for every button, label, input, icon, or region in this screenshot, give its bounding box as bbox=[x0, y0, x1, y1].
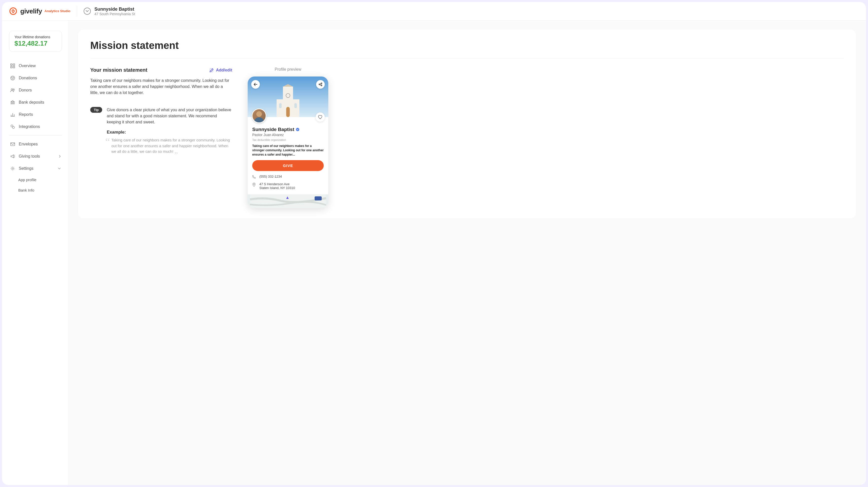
gear-icon bbox=[10, 166, 15, 171]
mission-statement-text: Taking care of our neighbors makes for a… bbox=[90, 77, 232, 96]
sidebar-subitem-app-profile[interactable]: App profile bbox=[17, 174, 62, 185]
preview-address-row[interactable]: 47 S Henderson Ave Staten Island, NY 103… bbox=[252, 182, 324, 190]
tip-text: Give donors a clear picture of what you … bbox=[107, 107, 232, 125]
preview-address-line2: Staten Island, NY 10310 bbox=[259, 186, 295, 190]
svg-point-34 bbox=[253, 184, 254, 185]
quote-open-icon: “ bbox=[105, 134, 110, 150]
sidebar-item-giving-tools[interactable]: Giving tools bbox=[9, 150, 62, 162]
church-illustration bbox=[269, 84, 307, 117]
preview-address-line1: 47 S Henderson Ave bbox=[259, 182, 295, 186]
main-content: Mission statement Your mission statement… bbox=[68, 21, 866, 485]
preview-phone-row[interactable]: (555) 332-1234 bbox=[252, 174, 324, 178]
svg-rect-25 bbox=[286, 107, 290, 117]
location-icon bbox=[252, 183, 256, 187]
brand-logo[interactable]: givelify Analytics Studio bbox=[9, 7, 70, 15]
grid-icon bbox=[10, 63, 15, 68]
preview-org-name: Sunnyside Baptist bbox=[252, 127, 294, 132]
sidebar-item-label: Giving tools bbox=[19, 154, 40, 159]
map-preview[interactable] bbox=[248, 194, 328, 208]
sidebar-item-overview[interactable]: Overview bbox=[9, 60, 62, 72]
svg-rect-3 bbox=[11, 66, 12, 68]
sidebar-item-label: Bank deposits bbox=[19, 100, 44, 105]
phone-icon bbox=[252, 175, 256, 178]
sidebar-item-integrations[interactable]: Integrations bbox=[9, 121, 62, 133]
sidebar-item-donations[interactable]: Donations bbox=[9, 72, 62, 84]
svg-line-32 bbox=[320, 84, 321, 84]
sidebar-item-envelopes[interactable]: Envelopes bbox=[9, 138, 62, 150]
add-edit-button[interactable]: Add/edit bbox=[209, 68, 232, 72]
org-name: Sunnyside Baptist bbox=[94, 7, 135, 12]
chevron-down-icon bbox=[84, 8, 91, 15]
profile-preview-card: Sunnyside Baptist Pastor Juan Alvarez Ta… bbox=[247, 76, 329, 208]
svg-point-30 bbox=[321, 83, 322, 84]
verified-badge-icon bbox=[296, 128, 300, 131]
sidebar-item-label: Donations bbox=[19, 76, 37, 80]
sidebar-item-settings[interactable]: Settings bbox=[9, 162, 62, 174]
svg-rect-23 bbox=[283, 87, 293, 102]
add-edit-label: Add/edit bbox=[216, 68, 232, 72]
org-address: 47 South Pennsylvania St bbox=[94, 12, 135, 16]
bar-chart-icon bbox=[10, 112, 15, 117]
svg-line-33 bbox=[320, 85, 321, 85]
quote-close-icon: ” bbox=[175, 149, 178, 161]
link-icon bbox=[10, 124, 15, 129]
svg-rect-28 bbox=[294, 103, 297, 108]
page-title: Mission statement bbox=[90, 40, 844, 59]
favorite-button[interactable] bbox=[316, 112, 325, 122]
svg-rect-1 bbox=[11, 64, 12, 65]
svg-point-7 bbox=[13, 89, 14, 90]
topbar: givelify Analytics Studio Sunnyside Bapt… bbox=[2, 2, 866, 21]
avatar bbox=[252, 108, 267, 123]
arrow-left-icon bbox=[254, 83, 257, 86]
lifetime-donations-card[interactable]: Your lifetime donations $12,482.17 bbox=[9, 31, 62, 52]
chevron-right-icon bbox=[59, 155, 61, 158]
tip-badge: Tip bbox=[90, 107, 102, 113]
give-button[interactable]: GIVE bbox=[252, 160, 324, 171]
example-quote: “ Taking care of our neighbors makes for… bbox=[107, 137, 232, 155]
sidebar-item-label: Overview bbox=[19, 64, 36, 68]
heart-icon bbox=[318, 115, 322, 119]
envelope-icon bbox=[10, 142, 15, 147]
sidebar-item-label: Envelopes bbox=[19, 142, 38, 147]
studio-label: Analytics Studio bbox=[44, 9, 70, 13]
share-icon bbox=[318, 83, 322, 87]
preview-leader: Pastor Juan Alvarez bbox=[252, 133, 324, 137]
sidebar-item-label: Integrations bbox=[19, 124, 40, 129]
sidebar-subitem-bank-info[interactable]: Bank Info bbox=[17, 185, 62, 195]
givelify-logo-icon bbox=[9, 7, 17, 15]
back-button[interactable] bbox=[251, 80, 260, 89]
preview-phone: (555) 332-1234 bbox=[259, 174, 282, 178]
svg-rect-19 bbox=[11, 143, 15, 146]
sidebar-item-reports[interactable]: Reports bbox=[9, 108, 62, 121]
svg-marker-24 bbox=[283, 84, 293, 87]
share-button[interactable] bbox=[316, 80, 325, 89]
svg-rect-2 bbox=[13, 64, 15, 65]
edit-icon bbox=[209, 68, 214, 72]
svg-point-20 bbox=[12, 168, 13, 169]
sidebar-item-label: Reports bbox=[19, 112, 33, 117]
lifetime-amount: $12,482.17 bbox=[14, 39, 57, 47]
preview-mission-text: Taking care of our neighbors makes for a… bbox=[252, 144, 324, 157]
megaphone-icon bbox=[10, 154, 15, 159]
sidebar-item-donors[interactable]: Donors bbox=[9, 84, 62, 96]
divider bbox=[9, 135, 62, 136]
preview-tax-status: Tax deductible organization bbox=[252, 138, 324, 141]
profile-preview-label: Profile preview bbox=[247, 67, 329, 72]
chevron-down-icon bbox=[58, 167, 61, 169]
map-icon bbox=[248, 194, 328, 208]
example-label: Example: bbox=[107, 130, 232, 135]
svg-point-18 bbox=[12, 126, 14, 128]
sidebar-item-bank-deposits[interactable]: Bank deposits bbox=[9, 96, 62, 108]
svg-point-31 bbox=[321, 85, 322, 86]
sidebar-item-label: Settings bbox=[19, 166, 33, 171]
svg-point-6 bbox=[11, 89, 13, 90]
sidebar-item-label: Donors bbox=[19, 88, 32, 93]
org-selector[interactable]: Sunnyside Baptist 47 South Pennsylvania … bbox=[84, 7, 135, 16]
heart-circle-icon bbox=[10, 75, 15, 80]
brand-name: givelify bbox=[20, 7, 42, 15]
divider bbox=[77, 6, 77, 17]
svg-rect-27 bbox=[279, 103, 282, 108]
svg-rect-4 bbox=[13, 66, 15, 68]
section-title: Your mission statement bbox=[90, 67, 147, 73]
svg-rect-36 bbox=[315, 196, 322, 200]
